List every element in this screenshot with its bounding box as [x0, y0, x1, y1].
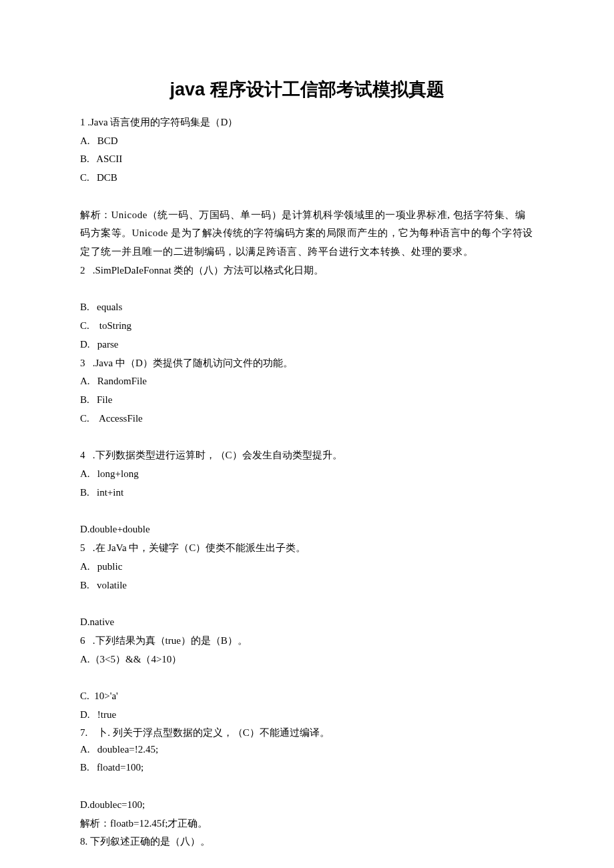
question-2: 2 .SimPleDaIeFonnat 类的（八）方法可以格式化日期。 [80, 262, 534, 280]
spacer [80, 187, 534, 206]
explanation-7: 解析：floatb=12.45f;才正确。 [80, 815, 534, 833]
option-5d: D.native [80, 613, 534, 632]
spacer [80, 428, 534, 447]
question-1: 1 .Java 语言使用的字符码集是（D） [80, 113, 534, 132]
option-3a: A. RandomFile [80, 372, 534, 391]
spacer [80, 502, 534, 521]
option-2d: D. parse [80, 336, 534, 354]
spacer [80, 777, 534, 796]
option-4a: A. long+long [80, 465, 534, 484]
question-8: 8. 下列叙述正确的是（八）。 [80, 833, 534, 851]
option-1b: B. ASCII [80, 150, 534, 169]
option-1a: A. BCD [80, 132, 534, 151]
option-1c: C. DCB [80, 169, 534, 187]
option-2b: B. equals [80, 298, 534, 317]
spacer [80, 669, 534, 687]
option-5b: B. volatile [80, 576, 534, 595]
page-title: java 程序设计工信部考试模拟真题 [80, 73, 534, 107]
option-4b: B. int+int [80, 484, 534, 502]
option-2c: C. toString [80, 317, 534, 336]
question-4: 4 .下列数据类型进行运算时，（C）会发生自动类型提升。 [80, 446, 534, 465]
spacer [80, 594, 534, 613]
spacer [80, 280, 534, 299]
option-3b: B. File [80, 391, 534, 410]
option-7d: D.doublec=100; [80, 796, 534, 815]
option-6a: A.（3<5）&&（4>10） [80, 650, 534, 669]
option-5a: A. public [80, 558, 534, 576]
option-7b: B. floatd=100; [80, 759, 534, 777]
question-3: 3 .Java 中（D）类提供了随机访问文件的功能。 [80, 354, 534, 373]
option-7a: A. doublea=!2.45; [80, 741, 534, 759]
option-3c: C. AccessFile [80, 410, 534, 428]
question-5: 5 .在 JaVa 中，关键字（C）使类不能派生出子类。 [80, 539, 534, 558]
option-4d: D.double+double [80, 520, 534, 539]
question-6: 6 .下列结果为真（true）的是（B）。 [80, 632, 534, 650]
option-6c: C. 10>'a' [80, 687, 534, 706]
question-7: 7. 卜. 列关于浮点型数据的定义，（C）不能通过编译。 [80, 725, 534, 741]
option-6d: D. !true [80, 706, 534, 725]
explanation-1: 解析：Unicode（统一码、万国码、单一码）是计算机科学领域里的一项业界标准,… [80, 206, 534, 262]
